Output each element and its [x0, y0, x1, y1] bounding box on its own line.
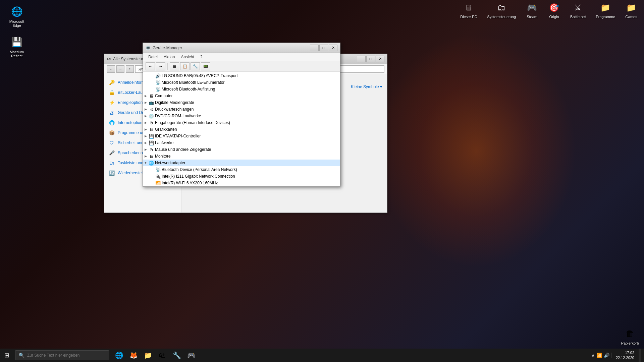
macrium-desktop-icon: 💾: [10, 35, 23, 49]
tree-item-ms-bt-auflistung[interactable]: 📡 Microsoft Bluetooth-Auflistung: [143, 86, 340, 93]
taskbar: ⊞ 🔍 🌐 🦊 📁 🛍 🔧 🎮 ∧ 📶 🔊 17:02 22.12.2020: [0, 349, 644, 362]
desktop-icon-battlenet[interactable]: ⚔ Battle.net: [570, 2, 586, 19]
toggle-grafik[interactable]: ▶: [143, 127, 148, 132]
tree-item-intel-wifi[interactable]: 📶 Intel(R) Wi-Fi 6 AX200 160MHz: [143, 180, 340, 185]
taskbar-search-bar[interactable]: 🔍: [15, 350, 109, 360]
taskbar-sys-icons: ∧ 📶 🔊: [590, 353, 611, 358]
tree-item-laufwerke[interactable]: ▶ 💾 Laufwerke: [143, 139, 340, 146]
toggle-monitore[interactable]: ▶: [143, 154, 148, 159]
taskbar-network-icon[interactable]: 📶: [596, 353, 602, 358]
dm-update-button[interactable]: 🔧: [191, 62, 200, 70]
tree-item-computer[interactable]: ▶ 🖥 Computer: [143, 93, 340, 99]
start-button[interactable]: ⊞: [0, 349, 13, 362]
toggle-druck[interactable]: ▶: [143, 107, 148, 112]
desktop-icon-papierkorb[interactable]: 🗑 Papierkorb: [621, 327, 639, 345]
cp-back-button[interactable]: ←: [107, 65, 115, 73]
toggle-computer[interactable]: ▶: [143, 93, 148, 99]
taskbar-search-input[interactable]: [27, 353, 105, 358]
taskbar-chevron-icon[interactable]: ∧: [591, 353, 595, 358]
cp-forward-button[interactable]: →: [116, 65, 124, 73]
taskbar-search-icon: 🔍: [19, 353, 24, 358]
tree-label-digitale: Digitale Mediengeräte: [155, 100, 194, 105]
tree-item-bluetooth-pan[interactable]: 📡 Bluetooth Device (Personal Area Networ…: [143, 166, 340, 173]
geraete-icon: 🖨: [108, 109, 115, 116]
desktop-icon-origin[interactable]: 🎯 Origin: [548, 2, 560, 19]
control-panel-maximize[interactable]: □: [366, 56, 375, 62]
tree-item-digitale[interactable]: ▶ 📺 Digitale Mediengeräte: [143, 99, 340, 106]
tree-item-druck[interactable]: ▶ 🖨 Druckwarteschlangen: [143, 106, 340, 113]
dm-menu-help[interactable]: ?: [198, 54, 205, 60]
tree-item-intel-i211[interactable]: 🔌 Intel(R) I211 Gigabit Network Connecti…: [143, 173, 340, 180]
dm-scan-button[interactable]: 📟: [201, 62, 210, 70]
tree-label-monitore: Monitore: [155, 154, 171, 159]
device-icon-bt-pan: 📡: [155, 167, 161, 173]
desktop-icon-edge[interactable]: 🌐 Microsoft Edge: [3, 3, 30, 29]
taskbar-app-explorer[interactable]: 📁: [141, 349, 155, 362]
tree-item-maeuse[interactable]: ▶ 🖱 Mäuse und andere Zeigegeräte: [143, 146, 340, 153]
device-icon-computer: 🖥: [148, 93, 154, 99]
toggle-ms-auf: [150, 86, 155, 92]
toggle-dvd[interactable]: ▶: [143, 113, 148, 119]
toggle-digitale[interactable]: ▶: [143, 100, 148, 105]
control-panel-close[interactable]: ✕: [376, 56, 384, 62]
taskbar-app-unknown[interactable]: 🔧: [170, 349, 183, 362]
wieder-icon: 🔄: [108, 170, 115, 176]
device-icon-intel-i211: 🔌: [155, 173, 161, 179]
tree-item-netzwerk[interactable]: ▼ 🌐 Netzwerkadapter: [143, 160, 340, 166]
toggle-maeuse[interactable]: ▶: [143, 147, 148, 152]
control-panel-minimize[interactable]: ─: [357, 56, 366, 62]
desktop-icon-systemsteuerung[interactable]: 🗂 Systemsteuerung: [487, 2, 516, 19]
desktop-icon-steam[interactable]: 🎮 Steam: [526, 2, 538, 19]
dm-title-text: Geräte-Manager: [153, 46, 182, 50]
dm-tree[interactable]: 🔊 LG SOUND BAR(05:48) AVRCP-Transport 📡 …: [143, 72, 340, 185]
tree-item-lg-sound[interactable]: 🔊 LG SOUND BAR(05:48) AVRCP-Transport: [143, 72, 340, 79]
tree-item-ide[interactable]: ▶ 💾 IDE ATA/ATAPI-Controller: [143, 133, 340, 139]
dm-back-button[interactable]: ←: [146, 62, 155, 70]
programme-sidebar-icon: 📦: [108, 129, 115, 136]
taskbar-app-firefox[interactable]: 🦊: [127, 349, 140, 362]
tree-item-ms-bt-le[interactable]: 📡 Microsoft Bluetooth LE-Enumerator: [143, 79, 340, 86]
tree-item-grafik[interactable]: ▶ 🖥 Grafikkarten: [143, 126, 340, 133]
device-icon-intel-wifi: 📶: [155, 180, 161, 185]
tree-item-dvd[interactable]: ▶ 💿 DVD/CD-ROM-Laufwerke: [143, 113, 340, 119]
dm-forward-button[interactable]: →: [156, 62, 165, 70]
dm-properties-button[interactable]: 📋: [180, 62, 190, 70]
origin-label: Origin: [549, 15, 559, 19]
toggle-eingabe[interactable]: ▶: [143, 120, 148, 125]
toggle-ide[interactable]: ▶: [143, 133, 148, 139]
bitlocker-icon: 🔒: [108, 89, 115, 96]
kleine-symbole-button[interactable]: Kleine Symbole ▾: [351, 84, 382, 89]
dm-titlebar: 💻 Geräte-Manager ─ □ ✕: [143, 43, 340, 53]
toggle-netzwerk[interactable]: ▼: [143, 160, 148, 166]
papierkorb-icon: 🗑: [623, 327, 637, 340]
tree-label-intel-i211: Intel(R) I211 Gigabit Network Connection: [162, 174, 235, 179]
desktop-icon-dieser-pc[interactable]: 🖥 Dieser PC: [460, 2, 477, 19]
taskbar-app-steam[interactable]: 🎮: [184, 349, 198, 362]
device-icon-netzwerk: 🌐: [148, 160, 154, 166]
taskbar-clock[interactable]: 17:02 22.12.2020: [613, 350, 637, 360]
tree-label-lg: LG SOUND BAR(05:48) AVRCP-Transport: [162, 73, 238, 78]
dm-menu-aktion[interactable]: Aktion: [161, 54, 177, 60]
taskbar-app-edge[interactable]: 🌐: [112, 349, 126, 362]
desktop-icon-macrium[interactable]: 💾 Macrium Reflect: [3, 34, 30, 59]
tree-item-monitore[interactable]: ▶ 🖥 Monitore: [143, 153, 340, 160]
systemsteuerung-label: Systemsteuerung: [487, 15, 516, 19]
dm-minimize[interactable]: ─: [310, 45, 319, 51]
desktop-icon-programme[interactable]: 📁 Programme: [596, 2, 615, 19]
dm-menu-datei[interactable]: Datei: [146, 54, 160, 60]
dm-separator-1: [167, 63, 168, 70]
taskbar-volume-icon[interactable]: 🔊: [604, 353, 609, 358]
dm-computer-button[interactable]: 🖥: [170, 62, 179, 70]
show-desktop-button[interactable]: [639, 349, 641, 362]
edge-desktop-icon: 🌐: [10, 5, 23, 18]
dm-title: 💻 Geräte-Manager: [146, 46, 310, 50]
control-panel-icon: 🗂: [107, 57, 111, 61]
dm-close[interactable]: ✕: [329, 45, 337, 51]
dm-maximize[interactable]: □: [319, 45, 328, 51]
taskbar-app-store[interactable]: 🛍: [156, 349, 169, 362]
desktop-icon-games[interactable]: 📁 Games: [625, 2, 637, 19]
toggle-laufwerke[interactable]: ▶: [143, 140, 148, 145]
cp-up-button[interactable]: ↑: [126, 65, 134, 73]
tree-item-eingabe[interactable]: ▶ 🖱 Eingabegeräte (Human Interface Devic…: [143, 119, 340, 126]
dm-menu-ansicht[interactable]: Ansicht: [178, 54, 197, 60]
